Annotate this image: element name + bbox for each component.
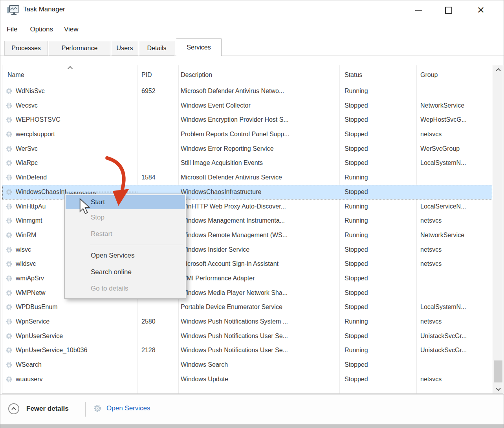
menu-file[interactable]: File <box>6 24 18 35</box>
menu-item-stop: Stop <box>65 209 186 226</box>
table-row[interactable]: WiaRpcStill Image Acquisition EventsStop… <box>2 156 492 170</box>
scrollbar-up-button[interactable] <box>493 65 503 75</box>
column-header-description[interactable]: Description <box>181 71 212 79</box>
tab-users[interactable]: Users <box>112 41 138 56</box>
footer-bar: Fewer details Open Services <box>0 394 504 424</box>
service-gear-icon <box>5 87 13 95</box>
service-gear-icon <box>5 317 13 326</box>
table-row[interactable]: wercplsupportProblem Reports Control Pan… <box>2 127 492 142</box>
service-gear-icon <box>5 375 13 384</box>
open-services-link[interactable]: Open Services <box>92 403 150 413</box>
chevron-up-icon <box>496 68 501 73</box>
menu-item-search-online[interactable]: Search online <box>65 264 186 280</box>
service-status: Running <box>345 170 368 185</box>
service-group: netsvcs <box>420 315 442 329</box>
table-row[interactable]: WpnService2580Windows Push Notifications… <box>2 315 492 329</box>
table-row[interactable]: WpnUserService_10b0362128Windows Push No… <box>2 343 492 358</box>
service-status: Stopped <box>345 156 368 170</box>
service-name: WerSvc <box>16 142 38 156</box>
service-description: Windows Push Notifications User Se... <box>181 343 288 358</box>
table-row[interactable]: WEPHOSTSVCWindows Encryption Provider Ho… <box>2 113 492 127</box>
tab-performance[interactable]: Performance <box>49 41 110 56</box>
service-description: Microsoft Account Sign-in Assistant <box>181 257 279 271</box>
table-row[interactable]: WpnUserServiceWindows Push Notifications… <box>2 329 492 344</box>
table-row[interactable]: WerSvcWindows Error Reporting ServiceSto… <box>2 142 492 156</box>
service-pid: 1584 <box>141 170 156 185</box>
service-description: Windows Remote Management (WS... <box>181 228 288 243</box>
scrollbar-thumb[interactable] <box>494 360 502 382</box>
table-row[interactable]: WPDBusEnumPortable Device Enumerator Ser… <box>2 300 492 315</box>
service-status: Stopped <box>345 99 368 113</box>
service-status: Running <box>345 199 368 214</box>
column-header-name[interactable]: Name <box>7 71 24 79</box>
service-description: Microsoft Defender Antivirus Service <box>181 170 282 185</box>
service-description: Windows Push Notifications System ... <box>181 315 288 329</box>
fewer-details-button[interactable]: Fewer details <box>8 403 69 414</box>
table-row[interactable]: wuauservWindows UpdateStoppednetsvcs <box>2 372 492 387</box>
minimize-button[interactable] <box>410 0 428 20</box>
service-group: NetworkService <box>420 99 464 113</box>
vertical-scrollbar[interactable] <box>493 65 503 393</box>
service-gear-icon <box>5 260 13 268</box>
service-description: Microsoft Defender Antivirus Netwo... <box>181 84 284 99</box>
chevron-up-icon <box>11 407 16 412</box>
service-gear-icon <box>5 289 13 297</box>
service-group: netsvcs <box>420 257 442 271</box>
tab-details[interactable]: Details <box>139 41 174 56</box>
service-pid: 2580 <box>141 315 156 329</box>
tab-strip: ProcessesPerformanceUsersDetailsServices <box>0 38 504 56</box>
close-button[interactable]: ✕ <box>472 0 490 20</box>
tab-processes[interactable]: Processes <box>4 41 48 56</box>
column-header-group[interactable]: Group <box>420 71 438 79</box>
table-row[interactable]: WinDefend1584Microsoft Defender Antiviru… <box>2 170 492 185</box>
service-gear-icon <box>5 346 13 355</box>
service-name: WpnUserService <box>16 329 63 344</box>
table-header: Name PID Description Status Group <box>2 65 503 84</box>
service-name: Wecsvc <box>16 99 38 113</box>
service-name: WpnUserService_10b036 <box>16 343 87 358</box>
service-name: wercplsupport <box>16 127 55 142</box>
service-status: Stopped <box>345 243 368 257</box>
service-description: WindowsChaosInfrastructure <box>181 185 261 199</box>
service-group: LocalSystemN... <box>420 156 466 170</box>
service-name: WEPHOSTSVC <box>16 113 60 127</box>
service-description: Problem Reports Control Panel Supp... <box>181 127 290 142</box>
menu-item-restart: Restart <box>65 226 186 242</box>
tab-services[interactable]: Services <box>176 38 222 56</box>
selection-focus-artifact <box>66 187 137 192</box>
service-status: Stopped <box>345 185 368 199</box>
menu-options[interactable]: Options <box>29 24 54 35</box>
collapse-circle-icon <box>8 403 19 414</box>
service-gear-icon <box>5 101 13 110</box>
menu-item-start[interactable]: Start <box>66 195 185 209</box>
service-description: Windows Encryption Provider Host S... <box>181 113 289 127</box>
menu-view[interactable]: View <box>63 24 79 35</box>
service-description: Windows Insider Service <box>181 243 249 257</box>
scrollbar-down-button[interactable] <box>493 384 503 393</box>
service-description: Windows Error Reporting Service <box>181 142 274 156</box>
service-name: WiaRpc <box>16 156 38 170</box>
service-name: WpnService <box>16 315 49 329</box>
maximize-button[interactable] <box>440 0 458 20</box>
service-group: netsvcs <box>420 127 442 142</box>
service-status: Running <box>345 228 368 243</box>
service-status: Stopped <box>345 257 368 271</box>
service-gear-icon <box>5 303 13 311</box>
service-name: wmiApSrv <box>16 271 44 286</box>
close-icon: ✕ <box>477 5 485 15</box>
table-row[interactable]: WecsvcWindows Event CollectorStoppedNetw… <box>2 99 492 113</box>
column-header-pid[interactable]: PID <box>141 71 152 79</box>
menu-item-open-services[interactable]: Open Services <box>65 247 186 264</box>
service-group: LocalSystemN... <box>420 300 466 315</box>
service-description: WMI Performance Adapter <box>181 271 255 286</box>
service-group: LocalServiceN... <box>420 199 466 214</box>
table-row[interactable]: WSearchWindows SearchStopped <box>2 358 492 372</box>
column-header-status[interactable]: Status <box>345 71 362 79</box>
table-row[interactable]: WdNisSvc6952Microsoft Defender Antivirus… <box>2 84 492 99</box>
service-gear-icon <box>5 231 13 240</box>
service-group: WerSvcGroup <box>420 142 460 156</box>
service-description: Windows Push Notifications User Se... <box>181 329 288 344</box>
title-bar: Task Manager ✕ <box>0 0 504 20</box>
service-group: netsvcs <box>420 243 442 257</box>
service-description: WinHTTP Web Proxy Auto-Discover... <box>181 199 286 214</box>
